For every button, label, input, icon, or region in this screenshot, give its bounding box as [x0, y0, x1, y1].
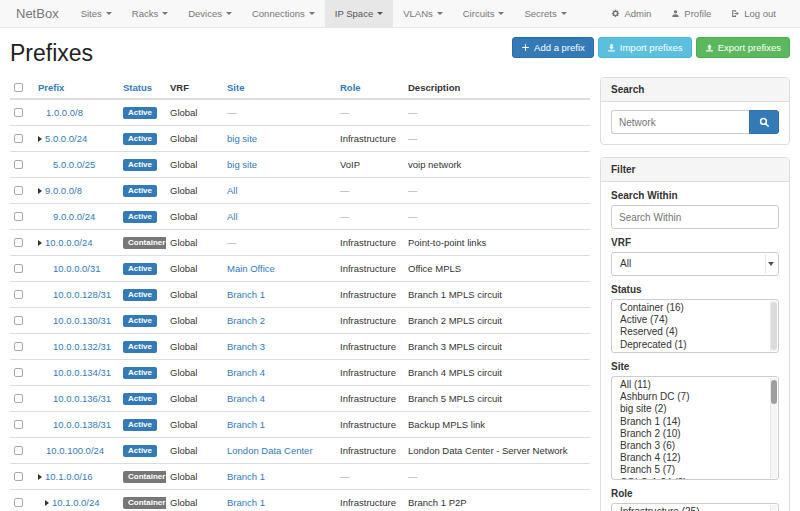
site-link[interactable]: big site — [227, 159, 257, 170]
prefix-link[interactable]: 9.0.0.0/8 — [45, 185, 82, 196]
prefix-link[interactable]: 5.0.0.0/25 — [53, 159, 95, 170]
row-checkbox[interactable] — [14, 342, 23, 351]
row-checkbox[interactable] — [14, 108, 23, 117]
site-link[interactable]: big site — [227, 133, 257, 144]
filter-option[interactable]: Branch 3 (6) — [612, 440, 778, 452]
search-within-input[interactable] — [611, 205, 779, 229]
status-badge: Active — [123, 159, 157, 171]
export-prefixes-label: Export prefixes — [718, 42, 781, 53]
scrollbar[interactable] — [770, 301, 777, 351]
nav-item-profile[interactable]: Profile — [661, 0, 721, 27]
main-layout: PrefixStatusVRFSiteRoleDescription 1.0.0… — [0, 77, 800, 511]
row-checkbox[interactable] — [14, 290, 23, 299]
expand-caret-icon[interactable] — [38, 240, 42, 246]
prefix-link[interactable]: 10.0.0.0/31 — [53, 263, 101, 274]
site-link[interactable]: Branch 4 — [227, 393, 265, 404]
row-checkbox[interactable] — [14, 264, 23, 273]
expand-caret-icon[interactable] — [38, 136, 42, 142]
nav-item-devices[interactable]: Devices — [178, 0, 242, 27]
import-prefixes-button[interactable]: Import prefixes — [598, 37, 692, 58]
row-checkbox[interactable] — [14, 368, 23, 377]
row-checkbox[interactable] — [14, 238, 23, 247]
nav-item-vlans[interactable]: VLANs — [393, 0, 453, 27]
site-link[interactable]: London Data Center — [227, 445, 313, 456]
prefix-link[interactable]: 10.1.0.0/24 — [52, 497, 100, 508]
prefix-link[interactable]: 10.0.0.132/31 — [53, 341, 111, 352]
site-link[interactable]: All — [227, 185, 238, 196]
filter-option[interactable]: COLO-1-24 (3) — [612, 477, 778, 480]
nav-item-sites[interactable]: Sites — [71, 0, 122, 27]
add-prefix-button[interactable]: Add a prefix — [512, 37, 594, 58]
prefix-link[interactable]: 10.0.0.136/31 — [53, 393, 111, 404]
search-button[interactable] — [749, 110, 779, 134]
row-checkbox[interactable] — [14, 316, 23, 325]
row-checkbox[interactable] — [14, 134, 23, 143]
nav-item-connections[interactable]: Connections — [242, 0, 325, 27]
site-link[interactable]: Branch 1 — [227, 419, 265, 430]
site-listbox[interactable]: All (11)Ashburn DC (7)big site (2)Branch… — [611, 376, 779, 480]
site-link[interactable]: Branch 1 — [227, 497, 265, 508]
role-listbox[interactable]: Infrastructure (25)Management (8)Private… — [611, 503, 779, 511]
row-checkbox[interactable] — [14, 472, 23, 481]
prefix-link[interactable]: 10.0.0.134/31 — [53, 367, 111, 378]
scrollbar[interactable] — [770, 505, 777, 511]
site-link[interactable]: Main Office — [227, 263, 275, 274]
site-link[interactable]: Branch 4 — [227, 367, 265, 378]
filter-option[interactable]: Reserved (4) — [612, 326, 778, 338]
prefix-link[interactable]: 10.0.0.138/31 — [53, 419, 111, 430]
row-checkbox[interactable] — [14, 186, 23, 195]
filter-option[interactable]: Ashburn DC (7) — [612, 391, 778, 403]
row-checkbox[interactable] — [14, 498, 23, 507]
column-header-site[interactable]: Site — [223, 77, 336, 99]
search-input[interactable] — [611, 110, 749, 134]
nav-item-racks[interactable]: Racks — [122, 0, 178, 27]
nav-item-secrets[interactable]: Secrets — [514, 0, 576, 27]
expand-caret-icon[interactable] — [45, 500, 49, 506]
prefix-link[interactable]: 10.0.0.130/31 — [53, 315, 111, 326]
nav-item-ip-space[interactable]: IP Space — [325, 0, 393, 27]
select-all-checkbox[interactable] — [14, 83, 23, 92]
prefix-link[interactable]: 10.0.100.0/24 — [46, 445, 104, 456]
prefix-link[interactable]: 1.0.0.0/8 — [46, 107, 83, 118]
site-link[interactable]: Branch 2 — [227, 315, 265, 326]
export-prefixes-button[interactable]: Export prefixes — [696, 37, 790, 58]
filter-option[interactable]: big site (2) — [612, 403, 778, 415]
column-header-status[interactable]: Status — [119, 77, 166, 99]
nav-item-admin[interactable]: Admin — [601, 0, 661, 27]
filter-option[interactable]: Deprecated (1) — [612, 339, 778, 351]
prefix-link[interactable]: 10.0.0.0/24 — [45, 237, 93, 248]
column-header-prefix[interactable]: Prefix — [34, 77, 119, 99]
expand-caret-icon[interactable] — [38, 474, 42, 480]
scrollbar[interactable] — [770, 378, 777, 478]
nav-item-circuits[interactable]: Circuits — [453, 0, 515, 27]
expand-caret-icon[interactable] — [38, 188, 42, 194]
status-badge: Container — [123, 471, 166, 483]
row-checkbox[interactable] — [14, 420, 23, 429]
column-header-role[interactable]: Role — [336, 77, 404, 99]
filter-option[interactable]: Branch 2 (10) — [612, 428, 778, 440]
site-link[interactable]: Branch 1 — [227, 289, 265, 300]
vrf-value: Global — [170, 497, 197, 508]
vrf-select[interactable]: All — [611, 252, 779, 276]
filter-option[interactable]: Infrastructure (25) — [612, 506, 778, 511]
filter-option[interactable]: Branch 1 (14) — [612, 416, 778, 428]
prefix-link[interactable]: 10.0.0.128/31 — [53, 289, 111, 300]
filter-option[interactable]: Branch 4 (12) — [612, 452, 778, 464]
status-listbox[interactable]: Container (16)Active (74)Reserved (4)Dep… — [611, 299, 779, 353]
site-link[interactable]: Branch 1 — [227, 471, 265, 482]
row-checkbox[interactable] — [14, 394, 23, 403]
row-checkbox[interactable] — [14, 446, 23, 455]
prefix-link[interactable]: 9.0.0.0/24 — [53, 211, 95, 222]
prefix-link[interactable]: 5.0.0.0/24 — [45, 133, 87, 144]
filter-option[interactable]: All (11) — [612, 379, 778, 391]
filter-option[interactable]: Active (74) — [612, 314, 778, 326]
prefix-link[interactable]: 10.1.0.0/16 — [45, 471, 93, 482]
filter-option[interactable]: Container (16) — [612, 302, 778, 314]
brand-logo[interactable]: NetBox — [8, 0, 71, 27]
row-checkbox[interactable] — [14, 160, 23, 169]
row-checkbox[interactable] — [14, 212, 23, 221]
site-link[interactable]: All — [227, 211, 238, 222]
site-link[interactable]: Branch 3 — [227, 341, 265, 352]
filter-option[interactable]: Branch 5 (7) — [612, 464, 778, 476]
nav-item-logout[interactable]: Log out — [721, 0, 786, 27]
